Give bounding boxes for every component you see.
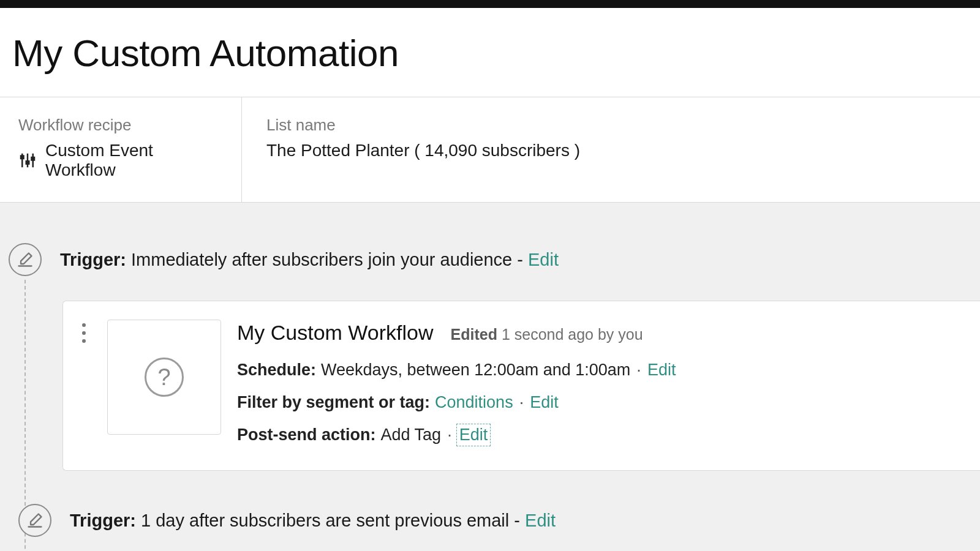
question-mark-icon: ? — [145, 358, 184, 397]
schedule-line: Schedule: Weekdays, between 12:00am and … — [237, 361, 980, 380]
list-name-value: The Potted Planter ( 14,090 subscribers … — [266, 141, 580, 160]
trigger-1-label: Trigger: — [60, 250, 126, 269]
schedule-edit-link[interactable]: Edit — [647, 361, 676, 380]
workflow-canvas: Trigger: Immediately after subscribers j… — [0, 203, 980, 551]
email-step-title: My Custom Workflow — [237, 321, 434, 345]
workflow-recipe-cell: Workflow recipe Custom Event Workflow — [0, 97, 242, 202]
card-body: My Custom Workflow Edited 1 second ago b… — [237, 320, 980, 444]
trigger-2-edit-link[interactable]: Edit — [525, 511, 556, 530]
edit-step-icon[interactable] — [18, 504, 51, 537]
edited-prefix: Edited — [451, 326, 497, 343]
filter-label: Filter by segment or tag: — [237, 393, 430, 412]
list-name-label: List name — [266, 116, 962, 135]
filter-line: Filter by segment or tag: Conditions · E… — [237, 393, 980, 412]
edited-rest: 1 second ago by you — [497, 326, 643, 343]
svg-rect-4 — [26, 161, 29, 164]
svg-rect-3 — [21, 156, 24, 159]
post-send-label: Post-send action: — [237, 425, 376, 444]
page-title: My Custom Automation — [0, 8, 980, 97]
email-step-card: ? My Custom Workflow Edited 1 second ago… — [62, 301, 980, 471]
trigger-2-dash: - — [509, 511, 525, 530]
post-send-value: Add Tag — [381, 425, 442, 444]
card-overflow-menu[interactable] — [77, 320, 91, 444]
schedule-label: Schedule: — [237, 361, 316, 380]
filter-conditions-link[interactable]: Conditions — [435, 393, 513, 412]
top-bar — [0, 0, 980, 8]
trigger-1-text: Trigger: Immediately after subscribers j… — [60, 250, 559, 270]
separator: · — [519, 393, 524, 412]
meta-row: Workflow recipe Custom Event Workflow Li… — [0, 97, 980, 203]
filter-edit-link[interactable]: Edit — [530, 393, 559, 412]
trigger-1-row: Trigger: Immediately after subscribers j… — [0, 243, 980, 276]
edit-step-icon[interactable] — [9, 243, 42, 276]
schedule-value: Weekdays, between 12:00am and 1:00am — [321, 361, 630, 380]
edited-timestamp: Edited 1 second ago by you — [451, 326, 643, 343]
email-thumbnail[interactable]: ? — [107, 320, 221, 435]
trigger-1-description: Immediately after subscribers join your … — [131, 250, 512, 269]
separator: · — [447, 425, 452, 444]
trigger-2-row: Trigger: 1 day after subscribers are sen… — [10, 504, 980, 537]
workflow-recipe-label: Workflow recipe — [18, 116, 223, 135]
trigger-2-text: Trigger: 1 day after subscribers are sen… — [70, 511, 556, 531]
list-name-cell: List name The Potted Planter ( 14,090 su… — [242, 97, 980, 202]
workflow-recipe-value-row: Custom Event Workflow — [18, 141, 223, 180]
trigger-2-label: Trigger: — [70, 511, 136, 530]
post-send-line: Post-send action: Add Tag · Edit — [237, 425, 980, 444]
trigger-2-description: 1 day after subscribers are sent previou… — [141, 511, 509, 530]
svg-rect-5 — [32, 157, 35, 160]
workflow-recipe-value: Custom Event Workflow — [45, 141, 223, 180]
post-send-edit-link[interactable]: Edit — [458, 425, 489, 444]
trigger-1-edit-link[interactable]: Edit — [528, 250, 559, 269]
trigger-1-dash: - — [512, 250, 528, 269]
separator: · — [636, 361, 641, 380]
sliders-icon — [18, 151, 37, 170]
timeline: ? My Custom Workflow Edited 1 second ago… — [24, 280, 980, 551]
